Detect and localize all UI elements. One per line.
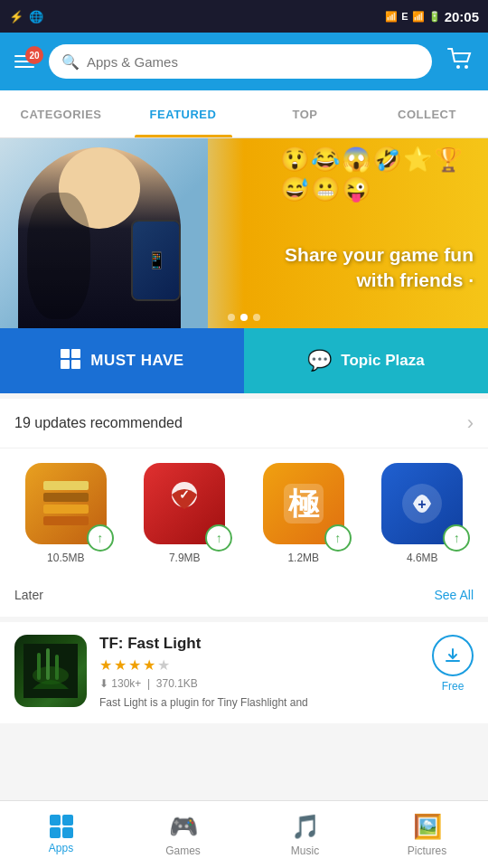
tab-bar: CATEGORIES FEATURED TOP COLLECT (0, 90, 488, 138)
pictures-nav-icon: 🖼️ (413, 813, 442, 841)
svg-rect-4 (61, 360, 70, 369)
star-4: ★ (143, 656, 155, 674)
clock: 20:05 (445, 9, 479, 24)
status-icons: 📶 E 📶 🔋 (385, 11, 440, 23)
must-have-button[interactable]: MUST HAVE (0, 328, 244, 393)
later-see-all-row: Later See All (0, 579, 488, 617)
dot-3 (253, 314, 260, 321)
see-all-button[interactable]: See All (434, 588, 474, 602)
download-button[interactable] (432, 635, 474, 676)
banner-dots (228, 314, 260, 321)
music-nav-icon: 🎵 (291, 813, 320, 841)
featured-app-stats: ⬇ 130k+ | 370.1KB (99, 677, 419, 690)
featured-app-stars: ★ ★ ★ ★ ★ (99, 656, 419, 674)
update-app-4[interactable]: + ↑ 4.6MB (381, 463, 463, 564)
status-left: ⚡ 🌐 (9, 10, 43, 24)
nav-games-label: Games (165, 844, 201, 857)
svg-point-1 (465, 65, 468, 69)
topic-plaza-button[interactable]: 💬 Topic Plaza (244, 328, 488, 393)
nav-music-label: Music (291, 844, 319, 857)
banner-text: Share your game fun with friends · (266, 242, 474, 292)
star-3: ★ (128, 656, 141, 674)
nav-apps[interactable]: Apps (0, 801, 122, 868)
svg-rect-2 (61, 349, 70, 358)
must-have-label: MUST HAVE (90, 352, 183, 370)
search-bar[interactable]: 🔍 (49, 44, 432, 79)
update-download-btn-2[interactable]: ↑ (205, 524, 232, 552)
featured-app-info: TF: Fast Light ★ ★ ★ ★ ★ ⬇ 130k+ | 370.1… (99, 635, 419, 711)
tab-categories[interactable]: CATEGORIES (0, 90, 122, 137)
updates-app-list: ↑ 10.5MB ✓ ↑ 7.9MB (0, 448, 488, 579)
update-download-btn-4[interactable]: ↑ (443, 524, 470, 552)
emoji-area: 😲😂😱 🤣⭐🏆 😅😬😜 (280, 146, 479, 203)
featured-app-download[interactable]: Free (432, 635, 474, 693)
download-label: Free (442, 680, 465, 693)
nav-pictures[interactable]: 🖼️ Pictures (366, 801, 488, 868)
apps-nav-icon (50, 815, 73, 838)
update-app-2-icon: ✓ ↑ (144, 463, 225, 544)
notification-badge: 20 (25, 46, 43, 64)
status-right: 📶 E 📶 🔋 20:05 (385, 9, 479, 24)
updates-arrow-icon: › (467, 411, 474, 435)
tab-featured[interactable]: FEATURED (122, 90, 244, 137)
cart-button[interactable] (441, 42, 479, 81)
svg-rect-20 (55, 655, 59, 680)
update-app-3[interactable]: 極 ↑ 1.2MB (263, 463, 344, 564)
update-app-3-icon: 極 ↑ (263, 463, 344, 544)
update-app-4-icon: + ↑ (381, 463, 463, 544)
bottom-navigation: Apps 🎮 Games 🎵 Music 🖼️ Pictures (0, 800, 488, 868)
featured-app-icon-inner (14, 635, 87, 707)
svg-rect-8 (43, 505, 89, 514)
games-nav-icon: 🎮 (169, 813, 198, 841)
svg-rect-3 (71, 349, 80, 358)
tab-top[interactable]: TOP (244, 90, 366, 137)
must-have-icon (60, 348, 81, 374)
svg-rect-19 (46, 648, 50, 680)
featured-app-card: TF: Fast Light ★ ★ ★ ★ ★ ⬇ 130k+ | 370.1… (0, 622, 488, 723)
update-download-btn-1[interactable]: ↑ (87, 524, 114, 552)
nav-pictures-label: Pictures (408, 844, 446, 857)
search-icon: 🔍 (61, 53, 80, 71)
svg-rect-7 (43, 493, 89, 502)
status-bar: ⚡ 🌐 📶 E 📶 🔋 20:05 (0, 0, 488, 33)
promo-banner[interactable]: 📱 😲😂😱 🤣⭐🏆 😅😬😜 Share your game fun with f… (0, 138, 488, 328)
tab-collect[interactable]: COLLECT (366, 90, 488, 137)
dot-1 (228, 314, 235, 321)
topic-label: Topic Plaza (341, 352, 424, 370)
svg-rect-9 (43, 516, 89, 525)
download-icon: ⬇ (99, 677, 108, 690)
update-app-3-size: 1.2MB (287, 552, 319, 564)
star-2: ★ (114, 656, 127, 674)
search-input[interactable] (87, 54, 419, 70)
svg-text:極: 極 (287, 486, 320, 521)
star-1: ★ (99, 656, 112, 674)
update-app-1[interactable]: ↑ 10.5MB (25, 463, 107, 564)
update-app-4-size: 4.6MB (407, 552, 438, 564)
featured-app-icon (14, 635, 87, 707)
svg-text:+: + (418, 496, 427, 512)
menu-line-3 (14, 66, 34, 68)
usb-icon: ⚡ (9, 10, 23, 24)
update-app-1-size: 10.5MB (47, 552, 84, 564)
svg-point-0 (456, 65, 460, 69)
svg-rect-6 (43, 481, 89, 490)
nav-music[interactable]: 🎵 Music (244, 801, 366, 868)
later-text[interactable]: Later (14, 588, 43, 602)
banner-person: 📱 (0, 138, 208, 328)
topic-icon: 💬 (307, 349, 332, 373)
network-type: E (401, 11, 408, 22)
featured-app-name: TF: Fast Light (99, 635, 419, 653)
updates-section: 19 updates recommended › ↑ 10.5MB (0, 399, 488, 617)
update-app-2[interactable]: ✓ ↑ 7.9MB (144, 463, 225, 564)
update-app-1-icon: ↑ (25, 463, 107, 544)
menu-button[interactable]: 20 (9, 50, 40, 73)
signal-icon: 📶 (412, 11, 425, 23)
battery-icon: 🔋 (428, 11, 441, 23)
update-download-btn-3[interactable]: ↑ (324, 524, 352, 552)
nav-games[interactable]: 🎮 Games (122, 801, 244, 868)
wifi-icon: 📶 (385, 11, 398, 23)
svg-rect-18 (37, 653, 41, 680)
globe-icon: 🌐 (29, 10, 43, 24)
updates-header[interactable]: 19 updates recommended › (0, 399, 488, 448)
star-5: ★ (157, 656, 170, 674)
